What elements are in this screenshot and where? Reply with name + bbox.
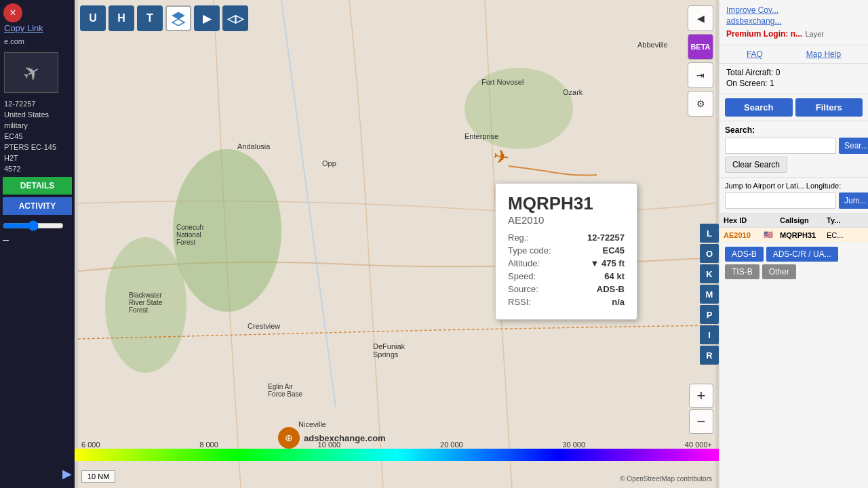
login-map-button[interactable]: ⇥ xyxy=(688,62,713,88)
sidebar-url: e.com xyxy=(0,36,75,47)
letter-btn-m[interactable]: M xyxy=(700,285,719,304)
right-panel: Improve Cov... adsbexchang... Premium Lo… xyxy=(719,0,868,488)
t-button[interactable]: T xyxy=(137,5,163,31)
popup-rssi-row: RSSI: n/a xyxy=(508,297,625,307)
color-scale-bar xyxy=(75,449,719,461)
map-right-toolbar: ◀ BETA ⇥ ⚙ xyxy=(688,5,713,117)
right-stats: Total Aircraft: 0 On Screen: 1 xyxy=(719,64,868,94)
clear-search-button[interactable]: Clear Search xyxy=(725,157,787,173)
sidebar-type: EC45 xyxy=(0,131,75,142)
zoom-controls: + − xyxy=(689,384,713,434)
svg-point-1 xyxy=(173,149,281,312)
popup-type-value: EC45 xyxy=(602,245,625,256)
settings-map-button[interactable]: ⚙ xyxy=(688,91,713,117)
activity-button[interactable]: ACTIVITY xyxy=(3,197,72,215)
u-button[interactable]: U xyxy=(80,5,106,31)
popup-icao: AE2010 xyxy=(508,214,625,226)
zoom-out-button[interactable]: − xyxy=(689,409,713,434)
popup-speed-label: Speed: xyxy=(508,271,536,281)
popup-rssi-value: n/a xyxy=(612,297,625,307)
letter-btn-p[interactable]: P xyxy=(700,305,719,324)
logo-text: adsbexchange.com xyxy=(304,433,386,443)
search-input[interactable] xyxy=(725,138,836,154)
left-sidebar: × Copy Link e.com ✈ 12-72257 United Stat… xyxy=(0,0,75,488)
sidebar-nav-arrow[interactable]: ▶ xyxy=(62,466,72,481)
popup-speed-value: 64 kt xyxy=(604,271,625,281)
improve-cov-link[interactable]: Improve Cov... xyxy=(726,5,861,15)
sidebar-country: United States xyxy=(0,109,75,120)
map-help-link[interactable]: Map Help xyxy=(806,49,841,59)
right-jump-section: Jump to Airport or Lati... Longitude: Ju… xyxy=(719,178,868,214)
popup-rssi-label: RSSI: xyxy=(508,297,531,307)
layer-label: Layer xyxy=(805,30,824,38)
popup-reg-label: Reg.: xyxy=(508,232,529,243)
faq-link[interactable]: FAQ xyxy=(747,49,763,59)
ads-b-button[interactable]: ADS-B xyxy=(725,247,764,262)
letter-btn-l[interactable]: L xyxy=(700,224,719,243)
right-action-btns: Search Filters xyxy=(719,94,868,121)
jump-button[interactable]: Jum... xyxy=(839,192,868,209)
split-button[interactable]: ◁▷ xyxy=(222,5,248,31)
popup-alt-value: ▼ 475 ft xyxy=(591,258,625,268)
sidebar-transponder: H2T xyxy=(0,152,75,163)
scale-label-5: 40 000+ xyxy=(685,441,712,449)
jump-input[interactable] xyxy=(725,192,836,209)
aircraft-silhouette-icon: ✈ xyxy=(18,58,44,87)
letter-btn-i[interactable]: I xyxy=(700,325,719,344)
svg-point-3 xyxy=(465,68,573,149)
svg-point-2 xyxy=(105,237,186,373)
th-flag xyxy=(764,216,777,224)
table-row[interactable]: AE2010 🇺🇸 MQRPH31 EC... xyxy=(719,228,868,243)
search-button[interactable]: Sear... xyxy=(839,138,868,154)
right-panel-header: Improve Cov... adsbexchang... Premium Lo… xyxy=(719,0,868,45)
search-main-button[interactable]: Search xyxy=(725,98,793,117)
copy-link[interactable]: Copy Link xyxy=(0,20,75,36)
th-hexid: Hex ID xyxy=(724,216,761,224)
svg-marker-5 xyxy=(172,19,184,26)
total-aircraft: Total Aircraft: 0 xyxy=(726,68,861,77)
popup-source-label: Source: xyxy=(508,284,538,294)
popup-reg-value: 12-72257 xyxy=(587,232,625,243)
close-button[interactable]: × xyxy=(3,3,22,22)
map-logo: ⊕ adsbexchange.com xyxy=(278,427,386,449)
on-screen: On Screen: 1 xyxy=(726,79,861,88)
slider-label: – xyxy=(3,234,9,245)
sidebar-slider: – xyxy=(3,220,72,246)
search-row: Sear... xyxy=(725,138,863,154)
details-button[interactable]: DETAILS xyxy=(3,177,72,195)
logo-icon: ⊕ xyxy=(278,427,300,449)
adsb-link[interactable]: adsbexchang... xyxy=(726,16,861,26)
map-toolbar: U H T ▶ ◁▷ xyxy=(80,5,248,31)
h-button[interactable]: H xyxy=(108,5,134,31)
other-button[interactable]: Other xyxy=(762,264,796,279)
th-type: Ty... xyxy=(827,216,847,224)
popup-speed-row: Speed: 64 kt xyxy=(508,271,625,281)
td-hexid: AE2010 xyxy=(724,231,761,239)
ads-c-button[interactable]: ADS-C/R / UA... xyxy=(766,247,838,262)
tis-b-button[interactable]: TIS-B xyxy=(725,264,760,279)
scale-indicator: 10 NM xyxy=(81,470,115,483)
zoom-slider[interactable] xyxy=(3,220,64,231)
forward-button[interactable]: ▶ xyxy=(194,5,220,31)
beta-button[interactable]: BETA xyxy=(688,34,713,60)
td-flag: 🇺🇸 xyxy=(764,230,777,239)
letter-btn-r[interactable]: R xyxy=(700,346,719,365)
sidebar-reg: 12-72257 xyxy=(0,98,75,109)
popup-source-row: Source: ADS-B xyxy=(508,284,625,294)
scale-label-1: 8 000 xyxy=(199,441,218,449)
layer-icon xyxy=(171,11,186,26)
search-label: Search: xyxy=(725,125,863,135)
back-map-button[interactable]: ◀ xyxy=(688,5,713,31)
popup-callsign: MQRPH31 xyxy=(508,193,625,214)
source-buttons: ADS-B ADS-C/R / UA... TIS-B Other xyxy=(719,243,868,283)
letter-buttons-panel: L O K M P I R xyxy=(700,224,719,365)
popup-reg-row: Reg.: 12-72257 xyxy=(508,232,625,243)
popup-type-row: Type code: EC45 xyxy=(508,245,625,256)
filters-button[interactable]: Filters xyxy=(795,98,863,117)
letter-btn-o[interactable]: O xyxy=(700,244,719,263)
letter-btn-k[interactable]: K xyxy=(700,264,719,283)
zoom-in-button[interactable]: + xyxy=(689,384,713,408)
layer-button[interactable] xyxy=(165,5,191,31)
right-search-section: Search: Sear... Clear Search xyxy=(719,121,868,178)
map-area[interactable]: Abbeville Ozark Fort Novosel Andalusia O… xyxy=(75,0,719,488)
